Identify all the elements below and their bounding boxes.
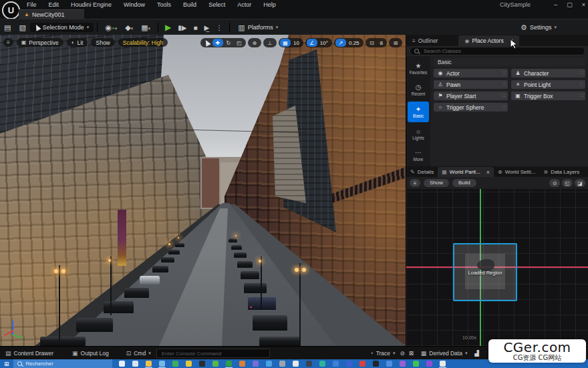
drag-grip-icon[interactable]: ∷ [580, 93, 583, 99]
blueprints-icon[interactable]: ◆▾ [121, 23, 137, 32]
menu-window[interactable]: Window [118, 0, 150, 9]
level-viewport[interactable]: ≡ ▣ Perspective ◐ Lit Show Scalability: … [0, 35, 406, 346]
world-space-icon[interactable]: ⊕ [249, 39, 260, 47]
stop-button[interactable]: ■ [190, 24, 201, 31]
settings-dropdown[interactable]: ⚙ Settings ▾ [516, 22, 561, 33]
taskbar-app-app-black[interactable] [373, 361, 379, 367]
taskbar-app-file-explorer[interactable] [146, 361, 152, 367]
camera-speed-icon[interactable]: ⊡ [367, 39, 378, 47]
actor-item-trigger-sphere[interactable]: ○Trigger Sphere∷ [434, 103, 508, 112]
actor-item-pawn[interactable]: ♙Pawn∷ [434, 80, 508, 89]
cmd-dropdown[interactable]: ⊡ Cmd ▾ [121, 350, 156, 357]
taskbar-app-app-slides[interactable] [306, 361, 312, 367]
drag-grip-icon[interactable]: ∷ [502, 70, 506, 76]
view-mode-dropdown[interactable]: ◐ Lit [67, 38, 88, 47]
trace-dropdown[interactable]: ◔ Trace ▾ [364, 350, 398, 357]
taskbar-app-app-yellow[interactable] [186, 361, 192, 367]
minimize-button[interactable]: – [554, 1, 557, 8]
taskbar-app-app-orange[interactable] [239, 361, 245, 367]
drag-grip-icon[interactable]: ∷ [580, 81, 583, 87]
taskbar-app-app-blue[interactable] [333, 361, 339, 367]
drag-grip-icon[interactable]: ∷ [502, 93, 506, 99]
scale-snap-value[interactable]: 0.25 [346, 40, 362, 46]
editor-mode-dropdown[interactable]: Selection Mode ▾ [30, 23, 94, 32]
taskbar-app-app-a-purple[interactable] [400, 361, 406, 367]
scalability-warning[interactable]: Scalability: High [118, 38, 168, 47]
frame-world-icon[interactable]: ◱ [562, 179, 573, 187]
derived-data-dropdown[interactable]: ▦ Derived Data ▾ [416, 350, 473, 357]
taskbar-app-app-photos[interactable] [266, 361, 272, 367]
capture-icon[interactable]: ⊠ [407, 350, 416, 357]
taskbar-search-input[interactable] [25, 360, 108, 367]
wp-show-button[interactable]: Show [424, 179, 449, 187]
scale-snap-toggle[interactable]: ↗ [335, 39, 346, 47]
world-partition-minimap[interactable]: Loaded Region 10.00x [406, 189, 588, 346]
output-log-button[interactable]: ▣ Output Log [67, 350, 114, 357]
taskbar-app-app-green-square[interactable] [226, 361, 232, 367]
rotate-tool[interactable]: ↻ [223, 39, 234, 47]
tab-outliner[interactable]: ≡ Outliner [406, 35, 444, 46]
taskbar-search-box[interactable] [13, 359, 112, 368]
select-tool[interactable] [202, 39, 212, 47]
skip-frame-button[interactable]: ▮▶ [174, 24, 190, 31]
revision-control-icon[interactable]: ▧ [15, 23, 29, 32]
menu-edit[interactable]: Edit [43, 0, 65, 9]
play-button[interactable]: ▶ [162, 23, 174, 32]
perspective-dropdown[interactable]: ▣ Perspective [17, 38, 63, 47]
move-tool[interactable]: ✚ [212, 39, 223, 47]
loaded-region-box[interactable]: Loaded Region [453, 243, 517, 301]
show-dropdown[interactable]: Show [91, 38, 114, 47]
close-tab-icon[interactable]: × [486, 169, 490, 176]
level-tab[interactable]: ▲ NewCity001 [19, 9, 84, 19]
taskbar-app-app-diamond[interactable] [386, 361, 392, 367]
rotation-snap-value[interactable]: 10° [317, 40, 331, 46]
maximize-viewport-icon[interactable]: ⊞ [390, 39, 401, 47]
launch-button[interactable]: ▶̲ [201, 24, 213, 31]
drag-grip-icon[interactable]: ∷ [580, 70, 583, 76]
menu-actor[interactable]: Actor [232, 0, 257, 9]
taskbar-app-app-dark-sphere[interactable] [199, 361, 205, 367]
scale-tool[interactable]: ◰ [234, 39, 245, 47]
platforms-dropdown[interactable]: ▥ Platforms ▾ [233, 22, 283, 33]
console-command-box[interactable] [156, 349, 270, 358]
taskbar-app-app-flag[interactable] [212, 361, 218, 367]
follow-camera-icon[interactable]: ◪ [575, 179, 585, 187]
category-recent[interactable]: ◷Recent [408, 80, 429, 101]
add-actor-icon[interactable]: ◉+▾ [101, 23, 121, 32]
taskbar-app-app-red[interactable] [359, 361, 365, 367]
screenshot-icon[interactable]: ⊘ [398, 350, 407, 357]
menu-build[interactable]: Build [178, 0, 202, 9]
menu-tools[interactable]: Tools [152, 0, 176, 9]
tab-world-settings[interactable]: ⊕ World Setti... [494, 167, 539, 177]
start-button[interactable]: ⊞ [0, 361, 13, 367]
taskbar-app-whatsapp[interactable] [413, 361, 419, 367]
content-drawer-button[interactable]: ▤ Content Drawer [0, 350, 59, 357]
grid-snap-toggle[interactable]: ▦ [280, 39, 291, 47]
drag-grip-icon[interactable]: ∷ [502, 104, 506, 110]
actor-item-character[interactable]: ♟Character∷ [511, 69, 585, 77]
taskbar-app-app-green-face[interactable] [172, 361, 178, 367]
taskbar-app-app-check[interactable] [319, 361, 325, 367]
close-button[interactable]: × [582, 1, 585, 8]
unreal-logo-icon[interactable]: U [2, 1, 20, 19]
category-basic[interactable]: ✦Basic [408, 102, 429, 122]
maximize-button[interactable]: ▢ [567, 1, 573, 8]
camera-speed-value[interactable]: 8 [378, 40, 386, 46]
save-icon[interactable]: ▤ [0, 23, 15, 32]
cinematics-icon[interactable]: ▦▾ [137, 23, 154, 32]
wp-build-button[interactable]: Build [452, 179, 476, 187]
play-options-kebab-icon[interactable]: ⋮ [212, 24, 226, 31]
menu-select[interactable]: Select [203, 0, 231, 9]
taskbar-app-app-purple[interactable] [253, 361, 259, 367]
taskbar-app-task-view[interactable] [132, 361, 138, 367]
actor-item-actor[interactable]: ◉Actor∷ [434, 69, 508, 77]
category-more[interactable]: ⋯More [408, 145, 429, 166]
drag-grip-icon[interactable]: ∷ [502, 81, 506, 87]
search-classes-input[interactable] [422, 47, 581, 55]
wp-options-menu[interactable]: ≡ [410, 179, 420, 187]
console-command-input[interactable] [160, 350, 266, 357]
taskbar-app-unreal-editor[interactable] [440, 361, 446, 367]
taskbar-app-chrome[interactable] [293, 361, 299, 367]
taskbar-app-settings[interactable] [159, 361, 165, 367]
actor-item-player-start[interactable]: ⚑Player Start∷ [434, 91, 508, 100]
